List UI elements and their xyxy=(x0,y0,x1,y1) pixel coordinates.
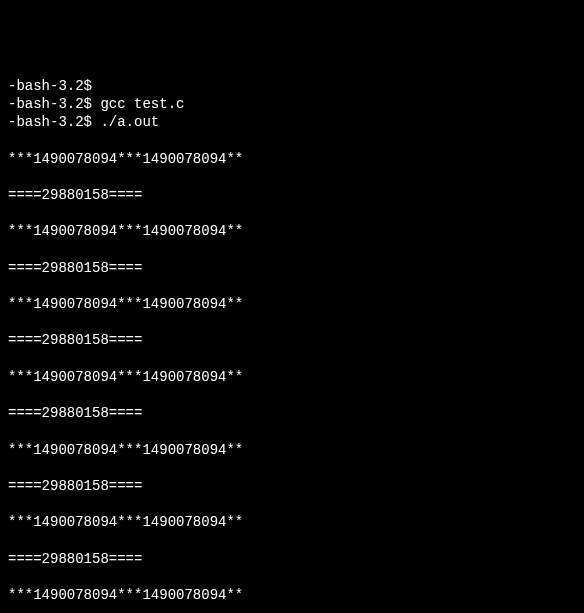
terminal-line: -bash-3.2$ ./a.out xyxy=(8,113,576,131)
terminal-line: ====29880158==== xyxy=(8,331,576,349)
terminal-line: -bash-3.2$ xyxy=(8,77,576,95)
terminal-line xyxy=(8,531,576,549)
terminal-line: ***1490078094***1490078094** xyxy=(8,368,576,386)
terminal-line xyxy=(8,131,576,149)
terminal-line xyxy=(8,604,576,613)
terminal-line: -bash-3.2$ gcc test.c xyxy=(8,95,576,113)
terminal-line: ***1490078094***1490078094** xyxy=(8,513,576,531)
terminal-line xyxy=(8,313,576,331)
terminal-output[interactable]: -bash-3.2$-bash-3.2$ gcc test.c-bash-3.2… xyxy=(8,77,576,613)
terminal-line xyxy=(8,459,576,477)
terminal-line: ====29880158==== xyxy=(8,186,576,204)
terminal-line xyxy=(8,386,576,404)
terminal-line xyxy=(8,204,576,222)
terminal-line xyxy=(8,168,576,186)
terminal-line: ====29880158==== xyxy=(8,259,576,277)
terminal-line: ***1490078094***1490078094** xyxy=(8,586,576,604)
terminal-line: ***1490078094***1490078094** xyxy=(8,150,576,168)
terminal-line xyxy=(8,350,576,368)
terminal-line: ====29880158==== xyxy=(8,404,576,422)
terminal-line: ***1490078094***1490078094** xyxy=(8,295,576,313)
terminal-line: ====29880158==== xyxy=(8,477,576,495)
terminal-line: ====29880158==== xyxy=(8,550,576,568)
terminal-line xyxy=(8,495,576,513)
terminal-line xyxy=(8,240,576,258)
terminal-line: ***1490078094***1490078094** xyxy=(8,222,576,240)
terminal-line xyxy=(8,277,576,295)
terminal-line: ***1490078094***1490078094** xyxy=(8,441,576,459)
terminal-line xyxy=(8,422,576,440)
terminal-line xyxy=(8,568,576,586)
